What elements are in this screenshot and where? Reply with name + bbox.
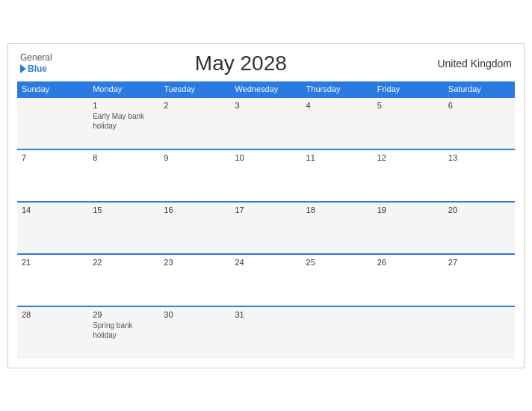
calendar-cell	[302, 306, 373, 359]
calendar-cell	[17, 97, 88, 149]
day-number: 6	[448, 101, 510, 110]
day-number: 7	[22, 153, 84, 162]
calendar-cell: 5	[373, 97, 444, 149]
day-number: 30	[164, 310, 226, 319]
day-number: 8	[93, 153, 155, 162]
calendar-cell: 18	[302, 202, 373, 254]
logo-general-text: General	[20, 52, 52, 63]
day-number: 4	[306, 101, 368, 110]
calendar-container: General Blue May 2028 United Kingdom Sun…	[7, 43, 525, 368]
calendar-cell: 6	[444, 97, 515, 149]
header-friday: Friday	[373, 81, 444, 97]
calendar-cell: 24	[230, 254, 301, 306]
calendar-cell: 11	[302, 149, 373, 202]
calendar-cell: 22	[88, 254, 159, 306]
calendar-cell: 3	[230, 97, 301, 149]
day-number: 17	[235, 206, 297, 214]
calendar-cell: 8	[88, 149, 159, 202]
calendar-week-row: 1Early May bank holiday23456	[17, 97, 515, 149]
event-label: Spring bank holiday	[93, 321, 155, 340]
weekday-header-row: Sunday Monday Tuesday Wednesday Thursday…	[17, 81, 515, 97]
day-number: 29	[93, 310, 155, 319]
calendar-cell: 14	[17, 202, 88, 254]
day-number: 13	[448, 153, 510, 162]
day-number: 26	[377, 258, 439, 267]
calendar-cell: 28	[17, 306, 88, 359]
calendar-cell: 20	[444, 202, 515, 254]
header-saturday: Saturday	[444, 81, 515, 97]
header-wednesday: Wednesday	[230, 81, 301, 97]
day-number: 22	[93, 258, 155, 267]
calendar-cell: 10	[230, 149, 301, 202]
calendar-cell: 7	[17, 149, 88, 202]
month-year-title: May 2028	[52, 52, 430, 75]
day-number: 28	[22, 310, 84, 319]
day-number: 12	[377, 153, 439, 162]
calendar-cell: 29Spring bank holiday	[88, 306, 159, 359]
header-monday: Monday	[88, 81, 159, 97]
calendar-header: General Blue May 2028 United Kingdom	[17, 52, 515, 75]
calendar-cell: 15	[88, 202, 159, 254]
day-number: 27	[448, 258, 510, 267]
calendar-cell: 31	[230, 306, 301, 359]
calendar-cell: 12	[373, 149, 444, 202]
day-number: 11	[306, 153, 368, 162]
day-number: 21	[22, 258, 84, 267]
day-number: 24	[235, 258, 297, 267]
day-number: 19	[377, 206, 439, 214]
day-number: 5	[377, 101, 439, 110]
logo-triangle-icon	[20, 64, 26, 73]
calendar-cell: 27	[444, 254, 515, 306]
header-thursday: Thursday	[302, 81, 373, 97]
day-number: 31	[235, 310, 297, 319]
calendar-cell: 23	[159, 254, 230, 306]
day-number: 18	[306, 206, 368, 214]
day-number: 15	[93, 206, 155, 214]
calendar-week-row: 78910111213	[17, 149, 515, 202]
day-number: 16	[164, 206, 226, 214]
logo-blue-text: Blue	[28, 64, 47, 74]
calendar-cell: 21	[17, 254, 88, 306]
event-label: Early May bank holiday	[93, 111, 155, 131]
calendar-cell: 16	[159, 202, 230, 254]
calendar-cell: 9	[159, 149, 230, 202]
logo: General Blue	[20, 52, 52, 74]
day-number: 10	[235, 153, 297, 162]
calendar-cell: 19	[373, 202, 444, 254]
day-number: 23	[164, 258, 226, 267]
calendar-cell: 26	[373, 254, 444, 306]
calendar-table: Sunday Monday Tuesday Wednesday Thursday…	[17, 81, 515, 359]
header-sunday: Sunday	[17, 81, 88, 97]
calendar-cell	[444, 306, 515, 359]
calendar-cell	[373, 306, 444, 359]
calendar-week-row: 14151617181920	[17, 202, 515, 254]
calendar-cell: 17	[230, 202, 301, 254]
calendar-cell: 1Early May bank holiday	[88, 97, 159, 149]
calendar-week-row: 21222324252627	[17, 254, 515, 306]
day-number: 14	[22, 206, 84, 214]
day-number: 25	[306, 258, 368, 267]
day-number: 3	[235, 101, 297, 110]
calendar-cell: 4	[302, 97, 373, 149]
day-number: 2	[164, 101, 226, 110]
calendar-cell: 13	[444, 149, 515, 202]
header-tuesday: Tuesday	[159, 81, 230, 97]
calendar-cell: 25	[302, 254, 373, 306]
day-number: 9	[164, 153, 226, 162]
country-label: United Kingdom	[430, 58, 512, 69]
calendar-cell: 30	[159, 306, 230, 359]
day-number: 20	[448, 206, 510, 214]
calendar-week-row: 2829Spring bank holiday3031	[17, 306, 515, 359]
calendar-cell: 2	[159, 97, 230, 149]
day-number: 1	[93, 101, 155, 110]
